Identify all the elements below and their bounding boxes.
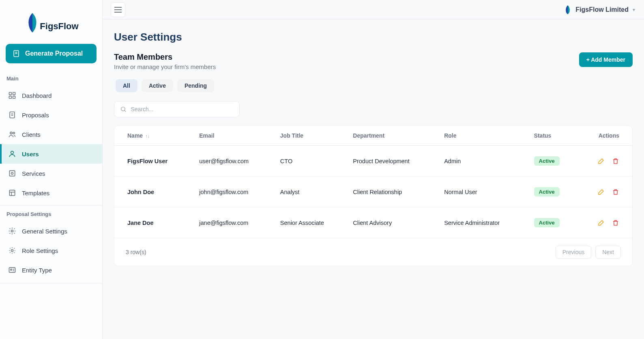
svg-point-10 <box>10 132 12 134</box>
cell-email: user@figsflow.com <box>196 146 277 177</box>
sidebar-item-dashboard[interactable]: Dashboard <box>0 86 102 105</box>
status-badge: Active <box>534 218 560 227</box>
chevron-down-icon: ▾ <box>633 7 635 13</box>
sidebar-item-label: Dashboard <box>22 92 52 99</box>
sidebar-item-label: Role Settings <box>22 247 58 254</box>
sidebar-item-label: Services <box>22 170 45 177</box>
svg-point-14 <box>11 173 13 175</box>
sidebar-item-label: Clients <box>22 131 41 138</box>
generate-proposal-button[interactable]: Generate Proposal <box>6 44 97 63</box>
cell-status: Active <box>531 207 577 238</box>
table-row: Jane Doejane@figsflow.comSenior Associat… <box>114 207 632 238</box>
svg-rect-20 <box>9 268 15 272</box>
add-member-button[interactable]: + Add Member <box>579 52 633 67</box>
pagination-next-button[interactable]: Next <box>595 246 621 259</box>
svg-rect-15 <box>9 190 15 195</box>
cell-department: Client Relationship <box>350 177 441 207</box>
svg-point-19 <box>11 250 13 252</box>
user-icon <box>8 150 16 158</box>
table-row: John Doejohn@figsflow.comAnalystClient R… <box>114 177 632 207</box>
sidebar-item-services[interactable]: Services <box>0 164 102 183</box>
sidebar-item-general-settings[interactable]: General Settings <box>0 221 102 241</box>
team-title: Team Members <box>114 52 216 62</box>
sidebar: FigsFlow Generate Proposal Main Dashboar… <box>0 0 103 339</box>
col-role: Role <box>441 126 530 146</box>
template-icon <box>8 189 16 197</box>
sidebar-item-proposals[interactable]: Proposals <box>0 105 102 125</box>
search-input[interactable] <box>131 106 234 112</box>
sort-icon: ↑↓ <box>145 134 150 138</box>
team-subtitle: Invite or manage your firm's members <box>114 63 216 70</box>
firm-name: FigsFlow Limited <box>575 6 629 13</box>
svg-rect-5 <box>9 96 12 99</box>
brand-name: FigsFlow <box>40 21 78 32</box>
svg-point-18 <box>11 230 13 232</box>
users-icon <box>8 130 16 138</box>
svg-rect-4 <box>13 93 15 95</box>
cell-job-title: Analyst <box>277 177 350 207</box>
search-icon <box>120 106 127 113</box>
members-table: Name↑↓ Email Job Title Department Role S… <box>114 125 633 266</box>
page-title: User Settings <box>114 31 633 43</box>
cell-actions <box>577 177 632 207</box>
col-email: Email <box>196 126 277 146</box>
svg-rect-6 <box>13 96 15 99</box>
cell-actions <box>577 207 632 238</box>
col-name[interactable]: Name↑↓ <box>114 126 196 146</box>
filter-tab-all[interactable]: All <box>116 79 137 92</box>
sidebar-item-templates[interactable]: Templates <box>0 183 102 203</box>
cell-role: Normal User <box>441 177 530 207</box>
edit-icon[interactable] <box>597 158 605 165</box>
status-badge: Active <box>534 156 560 166</box>
col-job-title: Job Title <box>277 126 350 146</box>
document-icon <box>12 50 20 58</box>
cell-name: FigsFlow User <box>114 146 196 177</box>
filter-tab-pending[interactable]: Pending <box>177 79 214 92</box>
trash-icon[interactable] <box>612 158 619 165</box>
svg-point-11 <box>13 132 15 134</box>
figsflow-feather-icon <box>24 11 41 34</box>
hamburger-icon <box>114 7 122 13</box>
topbar: FigsFlow Limited ▾ <box>103 0 644 19</box>
sidebar-item-label: Proposals <box>22 112 49 119</box>
sidebar-item-entity-type[interactable]: Entity Type <box>0 260 102 280</box>
sidebar-divider <box>0 283 102 283</box>
firm-selector[interactable]: FigsFlow Limited ▾ <box>564 5 638 15</box>
search-box[interactable] <box>114 101 240 117</box>
svg-point-12 <box>11 151 14 154</box>
col-actions: Actions <box>577 126 632 146</box>
sidebar-item-label: Users <box>22 151 39 158</box>
brand-logo: FigsFlow <box>0 6 102 44</box>
grid-icon <box>8 91 16 99</box>
cell-department: Product Development <box>350 146 441 177</box>
sidebar-item-users[interactable]: Users <box>0 144 102 164</box>
menu-toggle-button[interactable] <box>111 2 125 17</box>
edit-icon[interactable] <box>597 219 605 227</box>
package-icon <box>8 169 16 177</box>
edit-icon[interactable] <box>597 188 605 196</box>
cell-role: Service Administrator <box>441 207 530 238</box>
sidebar-item-label: General Settings <box>22 228 67 235</box>
generate-proposal-label: Generate Proposal <box>25 50 83 57</box>
filter-tabs: All Active Pending <box>114 79 633 92</box>
trash-icon[interactable] <box>612 188 619 196</box>
id-card-icon <box>8 266 16 274</box>
filter-tab-active[interactable]: Active <box>142 79 173 92</box>
sidebar-section-main: Main <box>0 72 102 86</box>
cell-email: jane@figsflow.com <box>196 207 277 238</box>
sidebar-item-role-settings[interactable]: Role Settings <box>0 241 102 260</box>
svg-line-28 <box>125 110 126 112</box>
sidebar-item-label: Entity Type <box>22 267 52 274</box>
cell-name: John Doe <box>114 177 196 207</box>
gear-icon <box>8 227 16 235</box>
cell-email: john@figsflow.com <box>196 177 277 207</box>
cell-status: Active <box>531 146 577 177</box>
sidebar-item-clients[interactable]: Clients <box>0 125 102 144</box>
pagination-previous-button[interactable]: Previous <box>556 246 591 259</box>
table-row: FigsFlow Useruser@figsflow.comCTOProduct… <box>114 146 632 177</box>
cell-name: Jane Doe <box>114 207 196 238</box>
cell-job-title: Senior Associate <box>277 207 350 238</box>
trash-icon[interactable] <box>612 219 619 227</box>
svg-rect-3 <box>9 93 12 95</box>
cell-status: Active <box>531 177 577 207</box>
